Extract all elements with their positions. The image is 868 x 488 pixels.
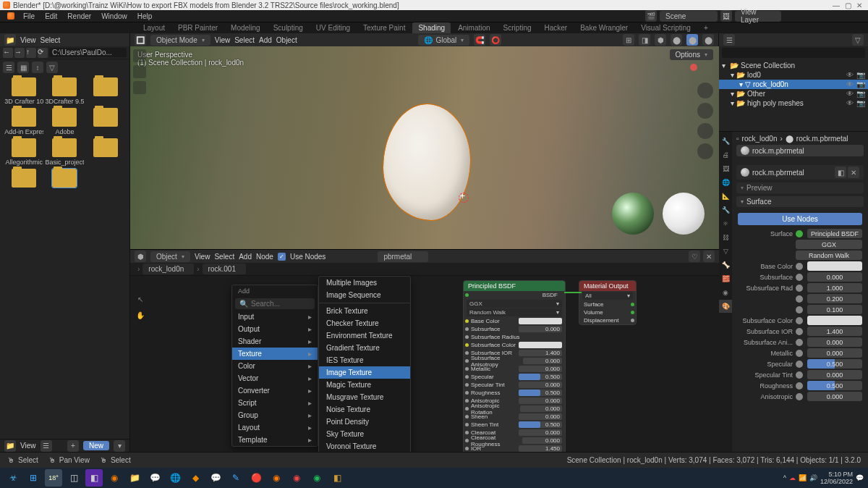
app-icon[interactable]: ◉ [288, 469, 305, 487]
node-socket[interactable]: Subsurface0.000 [464, 325, 565, 333]
workspace-tab[interactable]: Hacker [539, 22, 574, 33]
fb-view2[interactable]: View [20, 442, 36, 450]
menu-file[interactable]: File [19, 12, 39, 20]
tree-row[interactable]: ▾▽rock_lod0n👁📷 [719, 80, 868, 89]
property-tab[interactable]: 🦴 [719, 258, 732, 272]
viewlayer-field[interactable]: View Layer [735, 11, 781, 22]
target-select[interactable]: All▾ [582, 292, 633, 300]
submenu-item[interactable]: Environment Texture [319, 329, 410, 342]
folder-item[interactable]: Basic_project [45, 138, 84, 166]
property-tab[interactable]: 📐 [719, 190, 732, 203]
tool-select-icon[interactable] [133, 49, 146, 62]
add-menu-item[interactable]: Shader▸ [232, 335, 318, 348]
tool-cursor-icon[interactable] [133, 65, 146, 78]
submenu-item[interactable]: Sky Texture [319, 428, 410, 440]
render-icon[interactable]: 📷 [856, 80, 865, 88]
search-input[interactable] [251, 300, 310, 308]
new-button[interactable]: New [83, 441, 109, 450]
add-menu-item[interactable]: Template▸ [232, 434, 318, 446]
folder-item[interactable] [45, 169, 84, 189]
node-type-dropdown[interactable]: Object [150, 251, 190, 262]
biohazard-icon[interactable]: ☣ [4, 469, 22, 487]
folder-item[interactable] [86, 77, 125, 105]
tree-row[interactable]: ▾📂high poly meshes👁📷 [719, 98, 868, 108]
app-icon[interactable]: ◧ [328, 469, 346, 487]
add-menu-item[interactable]: Color▸ [232, 360, 318, 372]
folder-item[interactable] [86, 108, 125, 135]
orientation-dropdown[interactable]: 🌐 Global [418, 35, 469, 46]
filter2-icon[interactable]: ▽ [46, 62, 58, 73]
app-icon[interactable]: ✎ [227, 469, 244, 487]
submenu-item[interactable]: Image Texture [319, 366, 410, 379]
property-tab[interactable]: ▽ [719, 245, 732, 258]
viewlayer-icon[interactable]: 🖼 [720, 10, 732, 22]
node-socket[interactable]: Anisotropic Rotation0.000 [464, 405, 565, 413]
maximize-button[interactable]: ▢ [842, 1, 854, 9]
property-tab[interactable]: 🌐 [719, 176, 732, 189]
camera-icon[interactable] [697, 123, 713, 139]
eye-icon[interactable]: 👁 [846, 99, 854, 107]
outliner-search[interactable] [722, 48, 865, 58]
node-socket[interactable]: Subsurface Radius [464, 333, 565, 341]
bc-mesh[interactable]: rock.001 [203, 264, 246, 274]
add-menu-item[interactable]: Texture▸ [232, 348, 318, 360]
path-field[interactable]: C:\Users\PaulDo... [49, 48, 127, 57]
taskview-icon[interactable]: ◫ [65, 469, 82, 487]
display-list-icon[interactable]: ☰ [3, 62, 14, 73]
spotify-icon[interactable]: ◉ [308, 469, 326, 487]
node-editor-icon[interactable]: ⬢ [135, 251, 146, 262]
tool-hand-icon[interactable]: ✋ [135, 309, 146, 321]
scene-field[interactable]: Scene [660, 11, 718, 22]
socket-displacement[interactable]: Displacement [579, 316, 636, 324]
shading-wire-icon[interactable]: ⬢ [655, 34, 666, 46]
value-field[interactable]: 1.400 [807, 327, 862, 336]
ne-view[interactable]: View [195, 253, 210, 261]
property-tab[interactable]: ⛓ [719, 231, 732, 244]
chrome-icon[interactable]: 🔴 [247, 469, 265, 487]
property-tab[interactable]: 🧱 [719, 272, 732, 285]
node-principled-bsdf[interactable]: Principled BSDF BSDF GGX▾ Random Walk▾ B… [463, 280, 566, 452]
tray-net-icon[interactable]: 📶 [799, 474, 807, 481]
new-mat-icon[interactable]: ◧ [835, 167, 846, 178]
node-socket[interactable]: Specular Tint0.000 [464, 381, 565, 389]
value-field[interactable]: 0.100 [807, 305, 862, 314]
add-menu-item[interactable]: Group▸ [232, 409, 318, 421]
blender-icon[interactable]: ◉ [106, 469, 123, 487]
fb-view[interactable]: View [20, 36, 36, 44]
folder-item[interactable] [4, 169, 43, 189]
property-tab[interactable]: 🎨 [719, 300, 732, 313]
folder-item[interactable]: 3DCrafter 9.5 [45, 77, 84, 105]
value-field[interactable]: 0.000 [807, 348, 862, 358]
material-slot[interactable]: rock.m.pbrmetal [736, 145, 864, 156]
node-socket[interactable]: Base Color [464, 317, 565, 325]
ne-add[interactable]: Add [239, 253, 252, 261]
filter-icon[interactable]: ▽ [852, 34, 864, 46]
node-socket[interactable]: Subsurface Color [464, 341, 565, 349]
window-controls[interactable]: — ▢ ✕ [830, 1, 865, 9]
property-tab[interactable]: ⚛ [719, 217, 732, 230]
snap-icon[interactable]: 🧲 [474, 34, 485, 46]
distribution-select[interactable]: GGX [796, 240, 862, 249]
node-material-output[interactable]: Material Output All▾ Surface Volume Disp… [579, 280, 637, 325]
socket-surface[interactable]: Surface [579, 300, 636, 308]
bc-material[interactable]: rock.m.pbrmetal [796, 135, 848, 143]
app-icon[interactable]: ◉ [268, 469, 285, 487]
workspace-tab[interactable]: Scripting [498, 22, 537, 33]
axis-x[interactable] [690, 64, 697, 71]
property-tab[interactable]: 🖼 [719, 162, 732, 175]
editor-type-icon[interactable]: 🔳 [135, 34, 146, 46]
node-socket[interactable]: Metallic0.000 [464, 365, 565, 373]
submenu-item[interactable]: Noise Texture [319, 403, 410, 416]
tool-arrow-icon[interactable]: ↖ [135, 293, 146, 305]
workspace-tab[interactable]: Animation [452, 22, 495, 33]
tree-row[interactable]: ▾📂Scene Collection [719, 61, 868, 70]
value-field[interactable]: 0.000 [807, 370, 862, 379]
node-socket[interactable]: Subsurface Anisotropy0.000 [464, 357, 565, 365]
mode-dropdown[interactable]: Object Mode [150, 35, 210, 46]
workspace-tab[interactable]: + [698, 22, 714, 33]
eye-icon[interactable]: 👁 [846, 90, 854, 98]
submenu-item[interactable]: Checker Texture [319, 317, 410, 329]
surface-panel[interactable]: Surface [736, 196, 864, 207]
overlay-icon[interactable]: ⊞ [623, 34, 634, 46]
viewport-3d[interactable]: User Perspective (1) Scene Collection | … [130, 46, 719, 249]
